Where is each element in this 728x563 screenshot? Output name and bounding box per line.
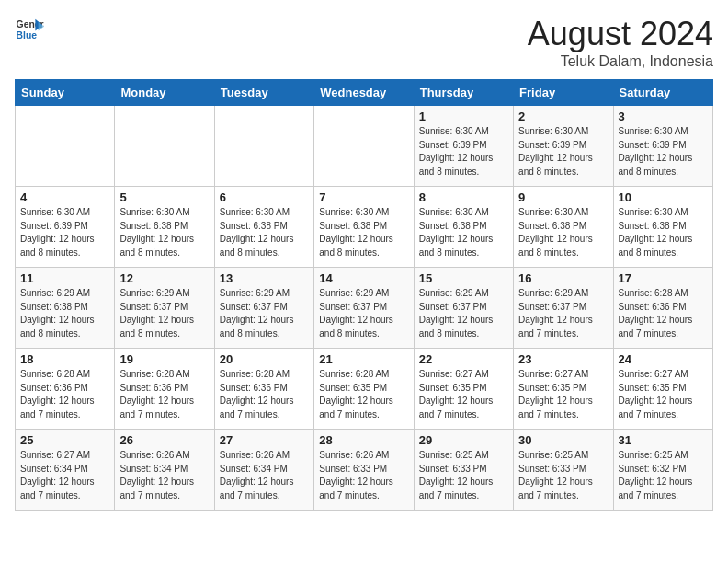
cell-info: Sunrise: 6:28 AM Sunset: 6:36 PM Dayligh… (220, 368, 309, 421)
day-number: 23 (518, 352, 608, 366)
calendar-cell: 24Sunrise: 6:27 AM Sunset: 6:35 PM Dayli… (613, 349, 712, 430)
day-number: 14 (319, 271, 408, 285)
day-number: 24 (619, 352, 708, 366)
cell-info: Sunrise: 6:30 AM Sunset: 6:39 PM Dayligh… (619, 125, 708, 178)
calendar-cell (115, 106, 214, 187)
cell-info: Sunrise: 6:30 AM Sunset: 6:38 PM Dayligh… (619, 206, 708, 259)
calendar-cell: 25Sunrise: 6:27 AM Sunset: 6:34 PM Dayli… (16, 430, 115, 511)
calendar-cell: 9Sunrise: 6:30 AM Sunset: 6:38 PM Daylig… (514, 187, 613, 268)
day-number: 29 (419, 433, 508, 447)
calendar-cell: 2Sunrise: 6:30 AM Sunset: 6:39 PM Daylig… (514, 106, 613, 187)
day-number: 7 (319, 190, 408, 204)
cell-info: Sunrise: 6:30 AM Sunset: 6:38 PM Dayligh… (419, 206, 508, 259)
calendar-cell: 20Sunrise: 6:28 AM Sunset: 6:36 PM Dayli… (214, 349, 313, 430)
day-number: 19 (119, 352, 209, 366)
calendar-week-4: 18Sunrise: 6:28 AM Sunset: 6:36 PM Dayli… (16, 349, 713, 430)
calendar-cell: 23Sunrise: 6:27 AM Sunset: 6:35 PM Dayli… (514, 349, 613, 430)
calendar-cell: 6Sunrise: 6:30 AM Sunset: 6:38 PM Daylig… (214, 187, 313, 268)
title-block: August 2024 Teluk Dalam, Indonesia (528, 15, 713, 70)
location: Teluk Dalam, Indonesia (528, 53, 713, 70)
calendar-cell: 31Sunrise: 6:25 AM Sunset: 6:32 PM Dayli… (613, 430, 712, 511)
calendar-cell: 18Sunrise: 6:28 AM Sunset: 6:36 PM Dayli… (16, 349, 115, 430)
page-header: General Blue August 2024 Teluk Dalam, In… (15, 15, 713, 70)
cell-info: Sunrise: 6:29 AM Sunset: 6:37 PM Dayligh… (319, 287, 408, 340)
calendar-cell: 3Sunrise: 6:30 AM Sunset: 6:39 PM Daylig… (613, 106, 712, 187)
day-number: 20 (220, 352, 309, 366)
day-number: 15 (419, 271, 508, 285)
calendar-cell (16, 106, 115, 187)
day-number: 6 (220, 190, 309, 204)
cell-info: Sunrise: 6:30 AM Sunset: 6:38 PM Dayligh… (518, 206, 608, 259)
day-number: 10 (619, 190, 708, 204)
cell-info: Sunrise: 6:28 AM Sunset: 6:36 PM Dayligh… (20, 368, 109, 421)
calendar-cell: 26Sunrise: 6:26 AM Sunset: 6:34 PM Dayli… (115, 430, 214, 511)
cell-info: Sunrise: 6:29 AM Sunset: 6:38 PM Dayligh… (20, 287, 109, 340)
column-header-thursday: Thursday (414, 80, 513, 106)
calendar-week-3: 11Sunrise: 6:29 AM Sunset: 6:38 PM Dayli… (16, 268, 713, 349)
column-header-monday: Monday (115, 80, 214, 106)
cell-info: Sunrise: 6:25 AM Sunset: 6:33 PM Dayligh… (518, 449, 608, 502)
calendar-cell: 1Sunrise: 6:30 AM Sunset: 6:39 PM Daylig… (414, 106, 513, 187)
cell-info: Sunrise: 6:29 AM Sunset: 6:37 PM Dayligh… (220, 287, 309, 340)
cell-info: Sunrise: 6:30 AM Sunset: 6:38 PM Dayligh… (119, 206, 209, 259)
calendar-cell: 11Sunrise: 6:29 AM Sunset: 6:38 PM Dayli… (16, 268, 115, 349)
calendar-table: SundayMondayTuesdayWednesdayThursdayFrid… (15, 79, 713, 511)
day-number: 22 (419, 352, 508, 366)
cell-info: Sunrise: 6:25 AM Sunset: 6:33 PM Dayligh… (419, 449, 508, 502)
calendar-cell (314, 106, 414, 187)
cell-info: Sunrise: 6:25 AM Sunset: 6:32 PM Dayligh… (619, 449, 708, 502)
day-number: 25 (20, 433, 109, 447)
day-number: 16 (518, 271, 608, 285)
day-number: 28 (319, 433, 408, 447)
cell-info: Sunrise: 6:26 AM Sunset: 6:34 PM Dayligh… (220, 449, 309, 502)
column-header-sunday: Sunday (16, 80, 115, 106)
cell-info: Sunrise: 6:28 AM Sunset: 6:36 PM Dayligh… (619, 287, 708, 340)
calendar-cell: 13Sunrise: 6:29 AM Sunset: 6:37 PM Dayli… (214, 268, 313, 349)
cell-info: Sunrise: 6:30 AM Sunset: 6:39 PM Dayligh… (518, 125, 608, 178)
svg-text:Blue: Blue (17, 30, 38, 40)
calendar-cell: 30Sunrise: 6:25 AM Sunset: 6:33 PM Dayli… (514, 430, 613, 511)
day-number: 5 (119, 190, 209, 204)
cell-info: Sunrise: 6:27 AM Sunset: 6:35 PM Dayligh… (619, 368, 708, 421)
day-number: 13 (220, 271, 309, 285)
cell-info: Sunrise: 6:28 AM Sunset: 6:36 PM Dayligh… (119, 368, 209, 421)
logo-icon: General Blue (15, 15, 44, 44)
calendar-week-1: 1Sunrise: 6:30 AM Sunset: 6:39 PM Daylig… (16, 106, 713, 187)
day-number: 12 (119, 271, 209, 285)
calendar-cell: 17Sunrise: 6:28 AM Sunset: 6:36 PM Dayli… (613, 268, 712, 349)
calendar-cell: 29Sunrise: 6:25 AM Sunset: 6:33 PM Dayli… (414, 430, 513, 511)
cell-info: Sunrise: 6:29 AM Sunset: 6:37 PM Dayligh… (119, 287, 209, 340)
cell-info: Sunrise: 6:27 AM Sunset: 6:34 PM Dayligh… (20, 449, 109, 502)
cell-info: Sunrise: 6:29 AM Sunset: 6:37 PM Dayligh… (419, 287, 508, 340)
day-number: 1 (419, 109, 508, 123)
calendar-cell: 27Sunrise: 6:26 AM Sunset: 6:34 PM Dayli… (214, 430, 313, 511)
day-number: 17 (619, 271, 708, 285)
day-number: 4 (20, 190, 109, 204)
calendar-header-row: SundayMondayTuesdayWednesdayThursdayFrid… (16, 80, 713, 106)
day-number: 3 (619, 109, 708, 123)
day-number: 9 (518, 190, 608, 204)
cell-info: Sunrise: 6:30 AM Sunset: 6:39 PM Dayligh… (20, 206, 109, 259)
logo: General Blue (15, 15, 44, 44)
day-number: 8 (419, 190, 508, 204)
column-header-saturday: Saturday (613, 80, 712, 106)
day-number: 30 (518, 433, 608, 447)
day-number: 26 (119, 433, 209, 447)
day-number: 2 (518, 109, 608, 123)
cell-info: Sunrise: 6:30 AM Sunset: 6:38 PM Dayligh… (220, 206, 309, 259)
calendar-cell: 8Sunrise: 6:30 AM Sunset: 6:38 PM Daylig… (414, 187, 513, 268)
calendar-cell: 7Sunrise: 6:30 AM Sunset: 6:38 PM Daylig… (314, 187, 414, 268)
calendar-cell: 28Sunrise: 6:26 AM Sunset: 6:33 PM Dayli… (314, 430, 414, 511)
calendar-cell: 22Sunrise: 6:27 AM Sunset: 6:35 PM Dayli… (414, 349, 513, 430)
cell-info: Sunrise: 6:29 AM Sunset: 6:37 PM Dayligh… (518, 287, 608, 340)
day-number: 31 (619, 433, 708, 447)
column-header-friday: Friday (514, 80, 613, 106)
cell-info: Sunrise: 6:26 AM Sunset: 6:34 PM Dayligh… (119, 449, 209, 502)
calendar-cell: 10Sunrise: 6:30 AM Sunset: 6:38 PM Dayli… (613, 187, 712, 268)
calendar-cell: 19Sunrise: 6:28 AM Sunset: 6:36 PM Dayli… (115, 349, 214, 430)
calendar-cell: 12Sunrise: 6:29 AM Sunset: 6:37 PM Dayli… (115, 268, 214, 349)
cell-info: Sunrise: 6:30 AM Sunset: 6:39 PM Dayligh… (419, 125, 508, 178)
calendar-cell: 5Sunrise: 6:30 AM Sunset: 6:38 PM Daylig… (115, 187, 214, 268)
day-number: 21 (319, 352, 408, 366)
calendar-week-5: 25Sunrise: 6:27 AM Sunset: 6:34 PM Dayli… (16, 430, 713, 511)
